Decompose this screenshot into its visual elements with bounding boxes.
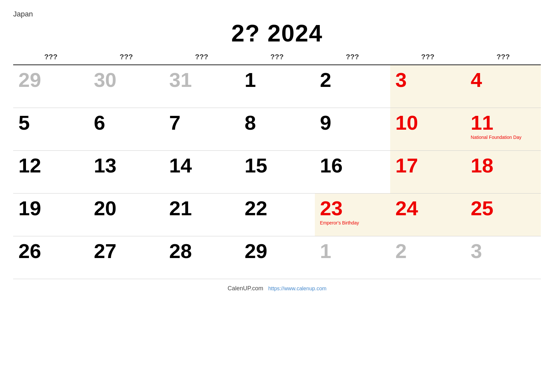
day-header-row: ?????????????????????: [13, 50, 541, 65]
day-number: 4: [471, 70, 536, 90]
calendar-cell: 25: [466, 193, 541, 236]
footer: CalenUP.com https://www.calenup.com: [13, 285, 541, 292]
calendar-cell: 22: [239, 193, 315, 236]
calendar-cell: 30: [88, 65, 164, 108]
day-header-3: ???: [239, 50, 315, 65]
calendar-page: Japan 2? 2024 ????????????????????? 2930…: [0, 0, 554, 392]
calendar-cell: 7: [164, 108, 239, 150]
calendar-cell: 19: [13, 193, 88, 236]
calendar-cell: 10: [390, 108, 466, 150]
day-number: 2: [320, 70, 385, 90]
day-number: 24: [395, 198, 460, 219]
day-number: 3: [471, 241, 536, 261]
calendar-cell: 16: [315, 150, 390, 193]
calendar-cell: 11National Foundation Day: [466, 108, 541, 150]
calendar-table: ????????????????????? 293031123456789101…: [13, 50, 541, 279]
calendar-cell: 1: [239, 65, 315, 108]
day-number: 6: [94, 113, 159, 133]
day-number: 12: [18, 155, 83, 176]
day-number: 2: [395, 241, 460, 261]
day-number: 19: [18, 198, 83, 219]
day-header-6: ???: [466, 50, 541, 65]
week-row-2: 12131415161718: [13, 150, 541, 193]
calendar-cell: 18: [466, 150, 541, 193]
day-event: Emperor's Birthday: [320, 220, 385, 226]
calendar-body: 2930311234567891011National Foundation D…: [13, 65, 541, 279]
day-number: 21: [169, 198, 234, 219]
month-title: 2? 2024: [13, 20, 541, 47]
day-number: 29: [244, 241, 309, 261]
calendar-cell: 28: [164, 236, 239, 279]
calendar-cell: 2: [390, 236, 466, 279]
footer-brand: CalenUP.com: [228, 285, 264, 292]
calendar-cell: 21: [164, 193, 239, 236]
day-header-0: ???: [13, 50, 88, 65]
calendar-cell: 31: [164, 65, 239, 108]
day-event: National Foundation Day: [471, 134, 536, 140]
day-header-5: ???: [390, 50, 466, 65]
calendar-cell: 29: [239, 236, 315, 279]
calendar-cell: 2: [315, 65, 390, 108]
day-number: 18: [471, 155, 536, 176]
week-row-1: 567891011National Foundation Day: [13, 108, 541, 150]
day-number: 26: [18, 241, 83, 261]
calendar-cell: 8: [239, 108, 315, 150]
calendar-cell: 5: [13, 108, 88, 150]
day-number: 15: [244, 155, 309, 176]
day-number: 28: [169, 241, 234, 261]
day-number: 29: [18, 70, 83, 90]
week-row-4: 26272829123: [13, 236, 541, 279]
footer-url[interactable]: https://www.calenup.com: [268, 286, 326, 291]
day-header-1: ???: [88, 50, 164, 65]
day-number: 27: [94, 241, 159, 261]
day-number: 31: [169, 70, 234, 90]
week-row-3: 1920212223Emperor's Birthday2425: [13, 193, 541, 236]
day-number: 16: [320, 155, 385, 176]
day-number: 20: [94, 198, 159, 219]
calendar-cell: 24: [390, 193, 466, 236]
day-number: 23: [320, 198, 385, 219]
day-header-4: ???: [315, 50, 390, 65]
day-number: 7: [169, 113, 234, 133]
day-number: 10: [395, 113, 460, 133]
day-number: 1: [320, 241, 385, 261]
calendar-cell: 14: [164, 150, 239, 193]
day-number: 5: [18, 113, 83, 133]
day-number: 25: [471, 198, 536, 219]
calendar-cell: 27: [88, 236, 164, 279]
day-number: 14: [169, 155, 234, 176]
country-label: Japan: [13, 10, 541, 18]
calendar-cell: 13: [88, 150, 164, 193]
day-number: 30: [94, 70, 159, 90]
calendar-cell: 23Emperor's Birthday: [315, 193, 390, 236]
day-number: 3: [395, 70, 460, 90]
calendar-cell: 26: [13, 236, 88, 279]
calendar-cell: 1: [315, 236, 390, 279]
calendar-cell: 15: [239, 150, 315, 193]
day-number: 8: [244, 113, 309, 133]
calendar-cell: 17: [390, 150, 466, 193]
calendar-cell: 12: [13, 150, 88, 193]
day-number: 1: [244, 70, 309, 90]
day-number: 13: [94, 155, 159, 176]
calendar-cell: 6: [88, 108, 164, 150]
day-number: 17: [395, 155, 460, 176]
calendar-cell: 20: [88, 193, 164, 236]
week-row-0: 2930311234: [13, 65, 541, 108]
day-header-2: ???: [164, 50, 239, 65]
calendar-cell: 9: [315, 108, 390, 150]
calendar-cell: 4: [466, 65, 541, 108]
day-number: 22: [244, 198, 309, 219]
day-number: 11: [471, 113, 536, 133]
calendar-cell: 3: [390, 65, 466, 108]
calendar-cell: 3: [466, 236, 541, 279]
day-number: 9: [320, 113, 385, 133]
calendar-cell: 29: [13, 65, 88, 108]
